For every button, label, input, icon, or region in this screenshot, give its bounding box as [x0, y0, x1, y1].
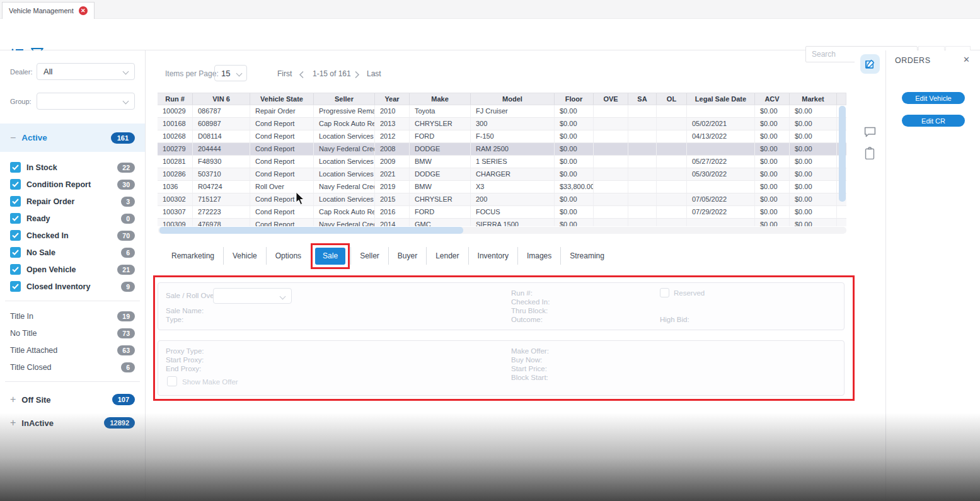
edit-vehicle-button[interactable]: Edit Vehicle	[902, 92, 965, 104]
column-header-ove[interactable]: OVE	[594, 93, 628, 105]
comment-icon[interactable]	[863, 125, 877, 139]
column-header-legal-sale-date[interactable]: Legal Sale Date	[687, 93, 755, 105]
app-tab[interactable]: Vehicle Management ✕	[2, 2, 95, 19]
checkbox-checked-icon[interactable]	[10, 281, 21, 292]
start-price-label: Start Price:	[511, 365, 547, 372]
active-section-header[interactable]: − Active 161	[0, 124, 145, 152]
cell-ove	[594, 181, 628, 193]
column-header-run[interactable]: Run #	[158, 93, 193, 105]
cell-sa	[628, 219, 657, 226]
table-header-row: Run #VIN 6Vehicle StateSellerYearMakeMod…	[158, 93, 846, 105]
column-header-seller[interactable]: Seller	[314, 93, 375, 105]
group-select[interactable]	[37, 93, 135, 110]
table-row-100302[interactable]: 100302715127Cond ReportLocation Services…	[158, 193, 846, 206]
vertical-scrollbar-thumb[interactable]	[839, 106, 846, 202]
sale-roll-over-select[interactable]	[213, 288, 292, 304]
column-header-year[interactable]: Year	[375, 93, 410, 105]
tab-remarketing[interactable]: Remarketing	[163, 247, 223, 265]
table-row-100307[interactable]: 100307272223Cond ReportCap Rock Auto Re.…	[158, 206, 846, 219]
filter-item-condition-report[interactable]: Condition Report30	[10, 179, 135, 190]
items-per-page-select[interactable]: 15	[214, 65, 247, 81]
column-header-model[interactable]: Model	[471, 93, 555, 105]
column-header-market[interactable]: Market	[790, 93, 837, 105]
tab-options[interactable]: Options	[266, 247, 310, 265]
checkbox-checked-icon[interactable]	[10, 247, 21, 258]
tab-buyer[interactable]: Buyer	[388, 247, 426, 265]
group-item-inactive[interactable]: +InActive12892	[10, 417, 135, 429]
cell-seller: Cap Rock Auto Re...	[314, 118, 375, 130]
group-item-off-site[interactable]: +Off Site107	[10, 394, 135, 405]
table-row-100168[interactable]: 100168608987Cond ReportCap Rock Auto Re.…	[158, 118, 846, 130]
column-header-acv[interactable]: ACV	[755, 93, 790, 105]
tab-streaming[interactable]: Streaming	[560, 247, 613, 265]
horizontal-scrollbar-track[interactable]	[158, 227, 846, 234]
checkbox-checked-icon[interactable]	[10, 196, 21, 207]
table-row-100279[interactable]: 100279204444Cond ReportNavy Federal Cred…	[158, 143, 846, 156]
dealer-select[interactable]: All	[37, 63, 135, 80]
close-icon[interactable]: ✕	[963, 55, 970, 64]
filter-item-repair-order[interactable]: Repair Order3	[10, 196, 135, 207]
table-row-1036[interactable]: 1036R04724Roll OverNavy Federal Credi...…	[158, 181, 846, 193]
column-header-vehicle-state[interactable]: Vehicle State	[250, 93, 314, 105]
filter-item-open-vehicle[interactable]: Open Vehicle21	[10, 264, 135, 275]
edit-tool-active-chip[interactable]	[860, 54, 880, 74]
filter-item-no-sale[interactable]: No Sale6	[10, 247, 135, 258]
tab-seller[interactable]: Seller	[350, 247, 388, 265]
column-header-make[interactable]: Make	[410, 93, 471, 105]
title-item-title-closed[interactable]: Title Closed6	[10, 362, 135, 372]
cell-acv: $0.00	[755, 193, 790, 205]
count-badge: 9	[121, 282, 135, 292]
column-header-sa[interactable]: SA	[628, 93, 657, 105]
table-row-100281[interactable]: 100281F48930Cond ReportLocation Services…	[158, 156, 846, 168]
show-make-offer-checkbox[interactable]	[167, 376, 177, 386]
column-header-vin-6[interactable]: VIN 6	[193, 93, 250, 105]
table-row-100309[interactable]: 100309476978Cond ReportNavy Federal Cred…	[158, 219, 846, 226]
cell-vin-6: 086787	[193, 105, 250, 117]
tab-images[interactable]: Images	[517, 247, 560, 265]
filter-item-closed-inventory[interactable]: Closed Inventory9	[10, 281, 135, 292]
expand-icon[interactable]: +	[10, 417, 16, 429]
table-row-100268[interactable]: 100268D08114Cond ReportLocation Services…	[158, 130, 846, 143]
clipboard-icon[interactable]	[863, 146, 877, 160]
checkbox-checked-icon[interactable]	[10, 213, 21, 224]
horizontal-scrollbar-thumb[interactable]	[159, 227, 463, 234]
checkbox-checked-icon[interactable]	[10, 179, 21, 190]
table-row-100029[interactable]: 100029086787Repair OrderProgressive Rema…	[158, 105, 846, 118]
column-header-floor[interactable]: Floor	[555, 93, 594, 105]
title-item-no-title[interactable]: No Title73	[10, 328, 135, 338]
tab-sale[interactable]: Sale	[315, 248, 345, 265]
cell-model: CHARGER	[471, 168, 555, 180]
column-header-ol[interactable]: OL	[657, 93, 687, 105]
reserved-checkbox[interactable]	[660, 288, 669, 297]
title-item-title-in[interactable]: Title In19	[10, 311, 135, 321]
tab-close-icon[interactable]: ✕	[79, 6, 88, 15]
cell-year: 2009	[375, 156, 410, 168]
prev-page-icon[interactable]	[299, 70, 304, 81]
cell-ove	[594, 156, 628, 168]
edit-cr-button[interactable]: Edit CR	[902, 115, 965, 127]
filter-item-in-stock[interactable]: In Stock22	[10, 162, 135, 173]
cell-make: BMW	[410, 181, 471, 193]
cell-market: $0.00	[790, 206, 837, 218]
filter-item-checked-in[interactable]: Checked In70	[10, 230, 135, 241]
tab-vehicle[interactable]: Vehicle	[223, 247, 266, 265]
count-badge: 22	[117, 163, 135, 173]
tab-inventory[interactable]: Inventory	[468, 247, 517, 265]
collapse-icon[interactable]: −	[10, 132, 16, 144]
cell-year: 2008	[375, 143, 410, 155]
checkbox-checked-icon[interactable]	[10, 230, 21, 241]
title-label: Title Attached	[10, 346, 57, 355]
title-label: No Title	[10, 329, 37, 338]
first-page-link[interactable]: First	[277, 69, 292, 78]
checkbox-checked-icon[interactable]	[10, 264, 21, 275]
next-page-icon[interactable]	[354, 70, 360, 81]
tab-lender[interactable]: Lender	[426, 247, 468, 265]
last-page-link[interactable]: Last	[367, 69, 381, 78]
title-item-title-attached[interactable]: Title Attached63	[10, 345, 135, 355]
expand-icon[interactable]: +	[10, 394, 16, 405]
checkbox-checked-icon[interactable]	[10, 162, 21, 173]
table-row-100286[interactable]: 100286503710Cond ReportLocation Services…	[158, 168, 846, 181]
filter-item-ready[interactable]: Ready0	[10, 213, 135, 224]
cell-model: RAM 2500	[471, 143, 555, 155]
cell-acv: $0.00	[755, 219, 790, 226]
